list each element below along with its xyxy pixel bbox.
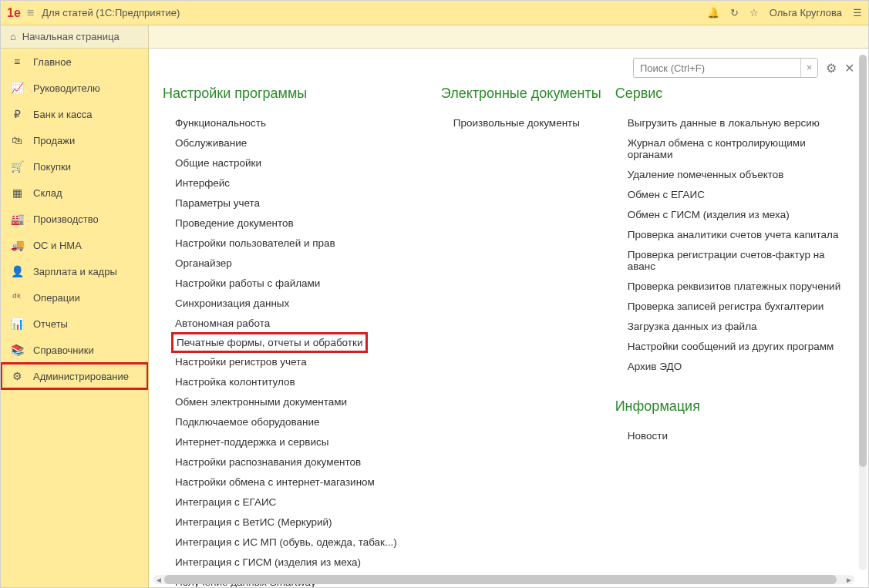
- window-title: Для статей (1С:Предприятие): [42, 7, 707, 18]
- menu-link[interactable]: Настройка колонтитулов: [173, 373, 297, 391]
- home-label: Начальная страница: [22, 31, 120, 42]
- menu-link[interactable]: Обмен электронными документами: [173, 393, 349, 411]
- home-button[interactable]: ⌂ Начальная страница: [1, 25, 149, 48]
- sidebar-label: Производство: [33, 213, 99, 225]
- sidebar-item-10[interactable]: 📊Отчеты: [1, 311, 148, 337]
- sidebar-label: Справочники: [33, 344, 94, 356]
- menu-link[interactable]: Синхронизация данных: [173, 294, 291, 312]
- scroll-right-icon[interactable]: ►: [844, 576, 854, 584]
- menu-link[interactable]: Загрузка данных из файла: [626, 318, 759, 335]
- sidebar-label: Зарплата и кадры: [33, 266, 117, 277]
- menu-link[interactable]: Журнал обмена с контролирующими органами: [626, 134, 854, 163]
- scrollbar-thumb[interactable]: [859, 55, 867, 467]
- close-icon[interactable]: ✕: [844, 61, 854, 76]
- menu-link[interactable]: Интеграция с ЕГАИС: [173, 493, 278, 511]
- sidebar-icon: ᵈᵏ: [10, 291, 24, 304]
- sidebar-label: Покупки: [33, 161, 71, 173]
- gear-icon[interactable]: ⚙: [826, 61, 837, 76]
- search-input[interactable]: [634, 62, 800, 74]
- column-settings: Настройки программы ФункциональностьОбсл…: [163, 86, 433, 580]
- menu-link[interactable]: Интеграция с ИС МП (обувь, одежда, табак…: [173, 533, 399, 551]
- sidebar-item-12[interactable]: ⚙Администрирование: [1, 363, 148, 389]
- content: × ⚙ ✕ Настройки программы Функциональнос…: [149, 49, 868, 587]
- search-box[interactable]: ×: [633, 58, 818, 78]
- sidebar-icon: 🛍: [10, 134, 24, 146]
- sidebar-item-0[interactable]: ≡Главное: [1, 49, 148, 75]
- sidebar-label: Отчеты: [33, 318, 68, 330]
- sidebar-label: ОС и НМА: [33, 240, 82, 251]
- menu-link[interactable]: Настройки работы с файлами: [173, 274, 322, 292]
- sidebar-item-1[interactable]: 📈Руководителю: [1, 75, 148, 101]
- menu-link[interactable]: Автономная работа: [173, 314, 271, 332]
- menu-link[interactable]: Настройки пользователей и прав: [173, 234, 337, 252]
- menu-link[interactable]: Настройки распознавания документов: [173, 453, 362, 471]
- menu-link[interactable]: Новости: [626, 427, 669, 445]
- sidebar-item-3[interactable]: 🛍Продажи: [1, 127, 148, 153]
- sidebar-label: Главное: [33, 56, 72, 68]
- sidebar-icon: 📚: [10, 344, 24, 356]
- sidebar-item-11[interactable]: 📚Справочники: [1, 337, 148, 363]
- sidebar-icon: 📈: [10, 82, 24, 94]
- settings-lines-icon[interactable]: ☰: [853, 7, 862, 18]
- heading-info: Информация: [615, 398, 854, 415]
- main-area: ≡Главное📈Руководителю₽Банк и касса🛍Прода…: [1, 49, 868, 587]
- menu-link[interactable]: Проверка регистрации счетов-фактур на ав…: [626, 246, 854, 275]
- menu-link[interactable]: Печатные формы, отчеты и обработки: [173, 334, 365, 351]
- menu-link[interactable]: Выгрузить данные в локальную версию: [626, 114, 821, 132]
- menu-link[interactable]: Настройки обмена с интернет-магазином: [173, 473, 376, 491]
- sidebar-icon: 📊: [10, 318, 24, 330]
- sidebar-icon: 👤: [10, 265, 24, 277]
- vertical-scrollbar[interactable]: [859, 55, 867, 570]
- menu-link[interactable]: Интеграция с ГИСМ (изделия из меха): [173, 553, 362, 571]
- sidebar-item-5[interactable]: ▦Склад: [1, 180, 148, 206]
- app-logo: 1e: [7, 6, 21, 20]
- menu-link[interactable]: Подключаемое оборудование: [173, 413, 321, 431]
- sidebar-item-9[interactable]: ᵈᵏОперации: [1, 284, 148, 311]
- menu-link[interactable]: Настройки регистров учета: [173, 353, 308, 371]
- bell-icon[interactable]: 🔔: [707, 7, 719, 18]
- menu-link[interactable]: Интерфейс: [173, 174, 231, 192]
- sidebar-label: Продажи: [33, 135, 75, 146]
- menu-link[interactable]: Удаление помеченных объектов: [626, 166, 786, 183]
- scroll-left-icon[interactable]: ◄: [153, 576, 164, 584]
- sidebar-icon: 🛒: [10, 160, 24, 173]
- column-edocs: Электронные документы Произвольные докум…: [441, 86, 608, 580]
- user-name[interactable]: Ольга Круглова: [770, 7, 842, 18]
- menu-link[interactable]: Произвольные документы: [452, 114, 581, 132]
- scrollbar-thumb-h[interactable]: [164, 575, 837, 584]
- menu-link[interactable]: Интернет-поддержка и сервисы: [173, 433, 330, 451]
- history-icon[interactable]: ↻: [730, 7, 739, 18]
- main-menu-icon[interactable]: ≡: [27, 6, 34, 20]
- menu-link[interactable]: Проведение документов: [173, 214, 295, 232]
- sidebar-label: Банк и касса: [33, 109, 93, 120]
- menu-link[interactable]: Органайзер: [173, 254, 234, 272]
- star-icon[interactable]: ☆: [749, 7, 759, 18]
- sidebar-icon: 🚚: [10, 239, 24, 251]
- sidebar-label: Руководителю: [33, 82, 100, 94]
- sidebar-item-2[interactable]: ₽Банк и касса: [1, 101, 148, 127]
- menu-link[interactable]: Обслуживание: [173, 134, 248, 152]
- menu-link[interactable]: Интеграция с ВетИС (Меркурий): [173, 513, 334, 531]
- sidebar-item-6[interactable]: 🏭Производство: [1, 206, 148, 232]
- menu-link[interactable]: Общие настройки: [173, 154, 263, 172]
- horizontal-scrollbar[interactable]: ◄ ►: [153, 575, 854, 584]
- menu-link[interactable]: Проверка записей регистра бухгалтерии: [626, 297, 826, 315]
- menu-link[interactable]: Проверка реквизитов платежных поручений: [626, 277, 843, 295]
- clear-search-icon[interactable]: ×: [800, 59, 817, 77]
- content-topbar: × ⚙ ✕: [633, 58, 854, 78]
- column-service: Сервис Выгрузить данные в локальную верс…: [615, 86, 854, 580]
- menu-link[interactable]: Архив ЭДО: [626, 358, 683, 375]
- menu-link[interactable]: Функциональность: [173, 114, 268, 132]
- menu-link[interactable]: Обмен с ЕГАИС: [626, 186, 706, 203]
- sidebar-item-8[interactable]: 👤Зарплата и кадры: [1, 258, 148, 284]
- menu-link[interactable]: Обмен с ГИСМ (изделия из меха): [626, 206, 791, 223]
- sidebar-label: Склад: [33, 187, 62, 199]
- scrollbar-track[interactable]: [164, 575, 844, 584]
- menu-link[interactable]: Проверка аналитики счетов учета капитала: [626, 226, 840, 244]
- sidebar-icon: ≡: [10, 55, 24, 68]
- sidebar-item-4[interactable]: 🛒Покупки: [1, 153, 148, 180]
- menu-link[interactable]: Настройки сообщений из других программ: [626, 338, 836, 355]
- sidebar-item-7[interactable]: 🚚ОС и НМА: [1, 232, 148, 258]
- menu-link[interactable]: Параметры учета: [173, 194, 261, 212]
- heading-edocs: Электронные документы: [441, 86, 608, 102]
